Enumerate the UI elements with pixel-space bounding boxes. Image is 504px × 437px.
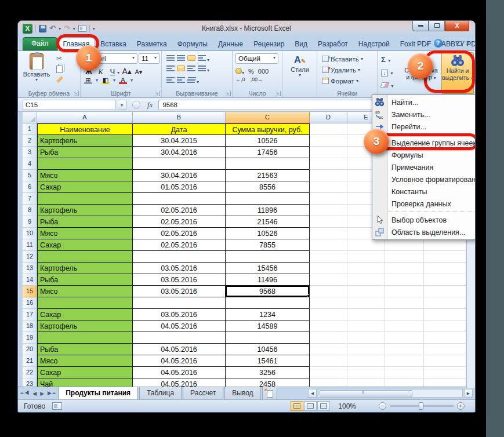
cell-D9[interactable] bbox=[310, 216, 347, 228]
row-header-14[interactable]: 14 bbox=[23, 274, 37, 286]
cell-B20[interactable]: 04.05.2016 bbox=[133, 344, 226, 355]
row-header-4[interactable]: 4 bbox=[23, 158, 37, 170]
styles-button[interactable]: A✎ Стили ▾ bbox=[286, 54, 314, 77]
cell-B2[interactable]: 30.04.2015 bbox=[133, 135, 226, 147]
shrink-font-button[interactable]: А▾ bbox=[134, 68, 143, 76]
format-painter-icon[interactable] bbox=[56, 76, 63, 83]
last-sheet-icon[interactable]: ▶⯮ bbox=[48, 390, 56, 396]
align-center-icon[interactable] bbox=[177, 65, 185, 71]
row-header-20[interactable]: 20 bbox=[23, 344, 37, 355]
row-header-13[interactable]: 13 bbox=[23, 263, 37, 274]
cell-D7[interactable] bbox=[310, 193, 347, 205]
cell-E16[interactable] bbox=[347, 297, 385, 309]
cell-E20[interactable] bbox=[347, 344, 385, 355]
cell-A19[interactable] bbox=[37, 332, 133, 344]
orientation-icon[interactable] bbox=[198, 55, 206, 61]
number-format-select[interactable]: Общий▾ bbox=[235, 53, 278, 64]
cell-E15[interactable] bbox=[347, 286, 385, 297]
paste-button[interactable]: Вставить ▾ bbox=[23, 53, 50, 82]
cell-A8[interactable]: Картофель bbox=[37, 205, 133, 216]
insert-cells-button[interactable]: Вставить ▾ bbox=[322, 54, 363, 64]
sheet-tab-3[interactable]: Рассчет bbox=[183, 387, 223, 399]
normal-view-button[interactable] bbox=[291, 401, 303, 411]
cell-A21[interactable]: Мясо bbox=[37, 355, 133, 367]
dialog-launcher-icon[interactable]: ↘ bbox=[226, 91, 231, 96]
cell-A10[interactable]: Мясо bbox=[37, 228, 133, 239]
row-header-5[interactable]: 5 bbox=[23, 170, 37, 181]
cell-E12[interactable] bbox=[347, 251, 385, 263]
column-header-a[interactable]: A bbox=[37, 112, 133, 123]
format-cells-button[interactable]: Формат ▾ bbox=[322, 76, 363, 86]
menu-item-9[interactable]: Проверка данных bbox=[372, 198, 476, 210]
cell-A11[interactable]: Сахар bbox=[37, 239, 133, 251]
cell-B4[interactable] bbox=[133, 158, 226, 170]
cell-C16[interactable] bbox=[226, 297, 310, 309]
cell-B22[interactable]: 04.05.2016 bbox=[133, 367, 226, 378]
dialog-launcher-icon[interactable]: ↘ bbox=[275, 91, 281, 96]
row-header-18[interactable]: 18 bbox=[23, 321, 37, 332]
cell-A16[interactable] bbox=[37, 297, 133, 309]
row-header-12[interactable]: 12 bbox=[23, 251, 37, 263]
cell-C8[interactable]: 11896 bbox=[226, 205, 310, 216]
cell-C12[interactable] bbox=[226, 251, 310, 263]
cell-D11[interactable] bbox=[310, 239, 347, 251]
collapse-ribbon-icon[interactable]: ∧ bbox=[426, 41, 430, 46]
menu-item-7[interactable]: Условное форматирование bbox=[372, 173, 476, 185]
dialog-launcher-icon[interactable]: ↘ bbox=[155, 91, 160, 96]
row-header-16[interactable]: 16 bbox=[23, 297, 37, 309]
align-left-icon[interactable] bbox=[166, 65, 175, 71]
cell-D17[interactable] bbox=[310, 309, 347, 321]
ribbon-tab-разметка[interactable]: Разметка bbox=[132, 38, 172, 50]
cell-A3[interactable]: Рыба bbox=[37, 147, 133, 158]
cell-A18[interactable]: Картофель bbox=[37, 321, 133, 332]
ribbon-tab-разработ[interactable]: Разработ bbox=[313, 38, 353, 50]
cell-D19[interactable] bbox=[310, 332, 347, 344]
ribbon-tab-данные[interactable]: Данные bbox=[213, 38, 248, 50]
font-color-icon[interactable]: А bbox=[119, 77, 127, 84]
cell-D2[interactable] bbox=[310, 135, 347, 147]
ribbon-tab-формулы[interactable]: Формулы bbox=[172, 38, 213, 50]
zoom-track[interactable] bbox=[390, 405, 454, 407]
cell-B17[interactable]: 03.05.2016 bbox=[133, 309, 226, 321]
cell-B19[interactable] bbox=[133, 332, 226, 344]
wrap-text-icon[interactable] bbox=[187, 77, 196, 83]
sheet-tab-2[interactable]: Таблица bbox=[139, 387, 182, 399]
cell-A14[interactable]: Рыба bbox=[37, 274, 133, 286]
column-header-c[interactable]: C bbox=[226, 112, 310, 123]
cell-E14[interactable] bbox=[347, 274, 385, 286]
row-header-8[interactable]: 8 bbox=[23, 205, 37, 216]
row-header-10[interactable]: 10 bbox=[23, 228, 37, 239]
cell-C13[interactable]: 15456 bbox=[226, 263, 310, 274]
cell-D3[interactable] bbox=[310, 147, 347, 158]
cell-B18[interactable]: 04.05.2016 bbox=[133, 321, 226, 332]
cut-icon[interactable]: ✂ bbox=[56, 54, 63, 63]
row-header-9[interactable]: 9 bbox=[23, 216, 37, 228]
zoom-out-icon[interactable]: − bbox=[379, 402, 386, 410]
zoom-in-icon[interactable]: + bbox=[457, 402, 465, 410]
cell-B15[interactable]: 03.05.2016 bbox=[133, 286, 226, 297]
merge-center-icon[interactable] bbox=[198, 65, 206, 71]
cell-B5[interactable]: 30.04.2016 bbox=[133, 170, 226, 181]
workbook-restore-icon[interactable] bbox=[456, 41, 462, 46]
percent-style-button[interactable]: % bbox=[248, 68, 254, 75]
zoom-thumb[interactable] bbox=[419, 402, 423, 410]
horizontal-scroll-track[interactable] bbox=[318, 389, 463, 398]
scroll-left-icon[interactable]: ◀ bbox=[308, 389, 317, 398]
cell-C7[interactable] bbox=[226, 193, 310, 205]
cell-D22[interactable] bbox=[310, 367, 347, 378]
cell-D20[interactable] bbox=[310, 344, 347, 355]
row-header-17[interactable]: 17 bbox=[23, 309, 37, 321]
sheet-tab-1[interactable]: Продукты питания bbox=[58, 387, 138, 399]
cell-A5[interactable]: Мясо bbox=[37, 170, 133, 181]
cell-C17[interactable]: 1234 bbox=[226, 309, 310, 321]
cell-C3[interactable]: 17456 bbox=[226, 147, 310, 158]
page-break-view-button[interactable] bbox=[317, 401, 330, 411]
menu-item-11[interactable]: Выбор объектов bbox=[372, 214, 476, 226]
menu-item-12[interactable]: Область выделения... bbox=[372, 226, 476, 238]
cell-B11[interactable]: 02.05.2016 bbox=[133, 239, 226, 251]
insert-function-icon[interactable]: fx bbox=[147, 100, 153, 110]
minimize-button[interactable] bbox=[412, 21, 429, 31]
cell-A7[interactable] bbox=[37, 193, 133, 205]
increase-decimal-icon[interactable]: ←,0 bbox=[235, 77, 245, 82]
cell-A17[interactable]: Сахар bbox=[37, 309, 133, 321]
